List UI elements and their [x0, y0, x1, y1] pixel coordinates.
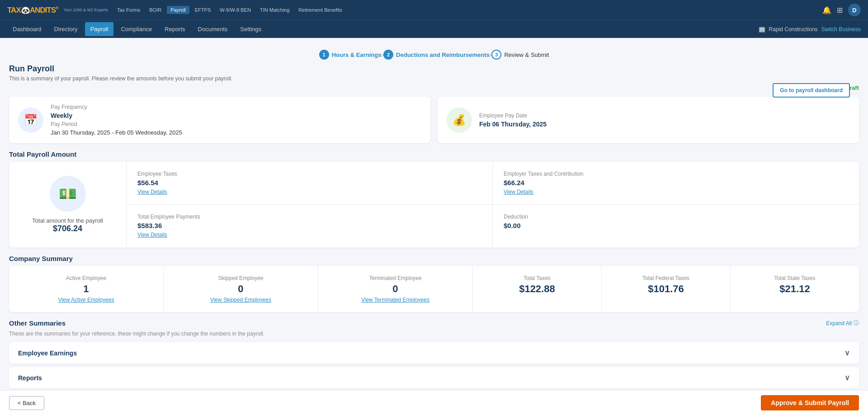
total-emp-payments-view-details[interactable]: View Details	[137, 232, 167, 238]
employer-taxes-view-details[interactable]: View Details	[504, 189, 533, 195]
employee-earnings-accordion-header[interactable]: Employee Earnings ∨	[9, 342, 859, 364]
pay-frequency-card: 📅 Pay Frequency Weekly Pay Period Jan 30…	[9, 97, 430, 143]
step-label-3: Review & Submit	[504, 51, 549, 58]
wizard-step-3: 3 Review & Submit	[491, 50, 549, 60]
goto-dashboard-button[interactable]: Go to payroll dashboard	[773, 83, 850, 98]
wizard-step-2: 2 Deductions and Reimbursements	[383, 50, 490, 60]
nav-compliance[interactable]: Compliance	[115, 22, 157, 36]
total-state-taxes-label: Total State Taxes	[774, 275, 815, 281]
approve-submit-button[interactable]: Approve & Submit Payroll	[761, 395, 859, 410]
info-cards-row: 📅 Pay Frequency Weekly Pay Period Jan 30…	[9, 97, 859, 143]
business-name-icon: 🏢	[759, 26, 765, 33]
product-link-taxforms[interactable]: Tax Forms	[113, 6, 144, 14]
bell-icon[interactable]: 🔔	[822, 6, 831, 14]
pay-date-label: Employee Pay Date	[479, 112, 547, 119]
employee-taxes-view-details[interactable]: View Details	[137, 189, 167, 195]
deduction-value: $0.00	[504, 222, 848, 229]
grid-icon[interactable]: ⊞	[837, 6, 843, 14]
back-button[interactable]: < Back	[9, 396, 44, 410]
pay-date-value: Feb 06 Thursday, 2025	[479, 121, 547, 128]
product-links: Tax Forms BOIR Payroll EFTPS W-9/W-8 BEN…	[113, 6, 346, 14]
cs-left: Active Employee 1 View Active Employees …	[9, 266, 473, 312]
product-link-eftps[interactable]: EFTPS	[191, 6, 214, 14]
page-subtitle: This is a summary of your payroll. Pleas…	[9, 75, 859, 82]
payroll-icon-circle: 💵	[50, 176, 86, 212]
page-header: Run Payroll This is a summary of your pa…	[9, 64, 859, 82]
nav-dashboard[interactable]: Dashboard	[7, 22, 47, 36]
user-avatar[interactable]: D	[848, 4, 861, 16]
product-link-retirement[interactable]: Retirement Benefits	[295, 6, 346, 14]
top-bar: TAX🐼ANDITS® Your 1099 & W2 Experts Tax F…	[0, 0, 868, 20]
logo-area: TAX🐼ANDITS®	[7, 5, 58, 15]
nav-payroll[interactable]: Payroll	[85, 22, 114, 36]
pay-date-detail: Employee Pay Date Feb 06 Thursday, 2025	[479, 112, 547, 128]
summary-left: 💵 Total amount for the payroll $706.24	[9, 162, 127, 247]
total-emp-payments-label: Total Employee Payments	[137, 214, 481, 220]
nav-documents[interactable]: Documents	[193, 22, 233, 36]
other-summaries-title-area: Other Summaries	[9, 319, 66, 327]
pay-frequency-detail: Pay Frequency Weekly Pay Period Jan 30 T…	[51, 104, 182, 136]
view-terminated-employees-link[interactable]: View Terminated Employees	[361, 297, 429, 303]
terminated-employee-cell: Terminated Employee 0 View Terminated Em…	[318, 266, 472, 312]
total-taxes-cell: Total Taxes $122.88	[473, 266, 602, 312]
total-amount: $706.24	[53, 224, 82, 233]
skipped-employee-value: 0	[238, 283, 243, 295]
product-link-w9[interactable]: W-9/W-8 BEN	[216, 6, 255, 14]
switch-business-link[interactable]: Switch Business	[821, 26, 861, 33]
logo-text: TAX🐼ANDITS®	[7, 5, 58, 15]
page-header-area: Run Payroll This is a summary of your pa…	[9, 64, 859, 91]
reports-accordion-header[interactable]: Reports ∨	[9, 367, 859, 388]
employee-taxes-cell: Employee Taxes $56.54 View Details	[127, 162, 493, 205]
pay-date-card: 💰 Employee Pay Date Feb 06 Thursday, 202…	[438, 97, 859, 143]
total-label: Total amount for the payroll	[32, 217, 103, 224]
company-summary-title: Company Summary	[9, 255, 73, 262]
pay-period-label: Pay Period	[51, 121, 182, 127]
total-taxes-label: Total Taxes	[524, 275, 551, 281]
employer-taxes-label: Employer Taxes and Contribution	[504, 171, 848, 177]
total-federal-taxes-cell: Total Federal Taxes $101.76	[602, 266, 731, 312]
other-summaries-header: Other Summaries Expand All ⓘ	[9, 319, 859, 327]
business-name: Rapid Constructions	[769, 26, 818, 33]
total-payroll-title: Total Payroll Amount	[9, 150, 76, 158]
expand-all-link[interactable]: Expand All ⓘ	[826, 319, 859, 327]
view-active-employees-link[interactable]: View Active Employees	[58, 297, 114, 303]
product-link-tin[interactable]: TIN Matching	[256, 6, 293, 14]
total-payroll-section-title: Total Payroll Amount	[9, 150, 859, 158]
nav-bar: Dashboard Directory Payroll Compliance R…	[0, 20, 868, 38]
product-link-boir[interactable]: BOIR	[146, 6, 165, 14]
active-employee-value: 1	[83, 283, 89, 295]
employer-taxes-value: $66.24	[504, 179, 848, 187]
pay-frequency-label: Pay Frequency	[51, 104, 182, 110]
skipped-employee-label: Skipped Employee	[218, 275, 263, 281]
step-circle-1: 1	[319, 50, 329, 60]
total-state-taxes-cell: Total State Taxes $21.12	[731, 266, 859, 312]
company-summary-section-title: Company Summary	[9, 255, 859, 262]
other-summaries-title: Other Summaries	[9, 319, 66, 327]
expand-all-label: Expand All	[826, 320, 852, 326]
employee-earnings-accordion: Employee Earnings ∨	[9, 342, 859, 364]
main-content: 1 Hours & Earnings › 2 Deductions and Re…	[0, 38, 868, 415]
active-employee-label: Active Employee	[66, 275, 106, 281]
nav-settings[interactable]: Settings	[235, 22, 267, 36]
summary-grid: 💵 Total amount for the payroll $706.24 E…	[9, 162, 859, 247]
view-skipped-employees-link[interactable]: View Skipped Employees	[210, 297, 271, 303]
wizard-area: 1 Hours & Earnings › 2 Deductions and Re…	[9, 45, 859, 64]
total-emp-payments-value: $583.36	[137, 222, 481, 229]
pay-frequency-icon: 📅	[18, 107, 43, 133]
active-employee-cell: Active Employee 1 View Active Employees	[9, 266, 164, 312]
employee-taxes-label: Employee Taxes	[137, 171, 481, 177]
reports-accordion-label: Reports	[18, 374, 42, 382]
other-summaries-sub: These are the summaries for your referen…	[9, 331, 859, 337]
product-link-payroll[interactable]: Payroll	[167, 6, 189, 14]
pay-date-icon: 💰	[447, 107, 472, 133]
top-bar-left: TAX🐼ANDITS® Your 1099 & W2 Experts Tax F…	[7, 5, 346, 15]
nav-reports[interactable]: Reports	[159, 22, 191, 36]
employer-taxes-cell: Employer Taxes and Contribution $66.24 V…	[493, 162, 859, 205]
expand-all-info-icon: ⓘ	[854, 319, 859, 327]
nav-directory[interactable]: Directory	[49, 22, 83, 36]
step-label-2: Deductions and Reimbursements	[396, 51, 490, 58]
wizard-step-1: 1 Hours & Earnings	[319, 50, 382, 60]
total-taxes-value: $122.88	[519, 283, 555, 295]
total-employee-payments-cell: Total Employee Payments $583.36 View Det…	[127, 205, 493, 247]
deduction-label: Deduction	[504, 214, 848, 220]
